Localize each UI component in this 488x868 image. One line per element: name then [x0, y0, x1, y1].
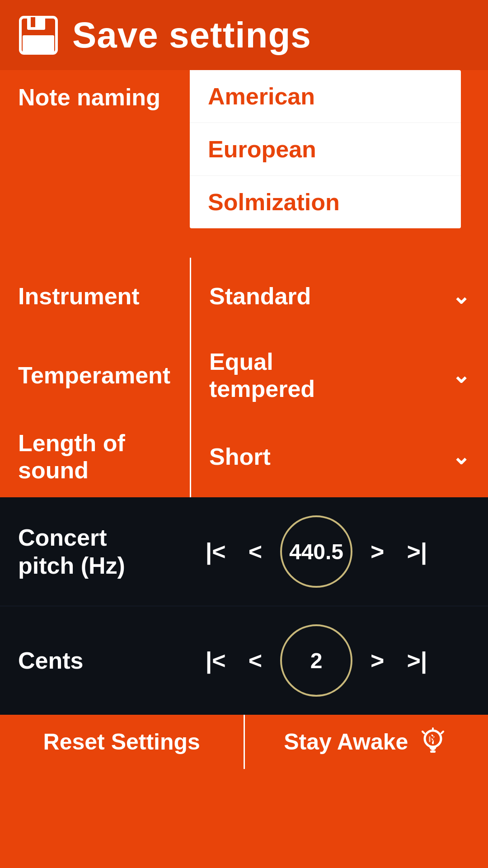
svg-rect-3	[23, 35, 54, 52]
stay-awake-bulb-icon	[417, 726, 449, 758]
cents-row: Cents |< < 2 > >|	[0, 606, 488, 715]
reset-settings-button[interactable]: Reset Settings	[0, 715, 245, 769]
header: Save settings	[0, 0, 488, 70]
svg-line-8	[441, 731, 443, 733]
concert-pitch-row: Concertpitch (Hz) |< < 440.5 > >|	[0, 497, 488, 606]
temperament-label: Temperament	[0, 348, 190, 402]
instrument-label: Instrument	[0, 269, 190, 323]
svg-line-7	[422, 731, 424, 733]
dropdown-item-solmization[interactable]: Solmization	[190, 176, 461, 228]
settings-area: Note naming American European Solmizatio…	[0, 70, 488, 497]
note-naming-dropdown[interactable]: American European Solmization	[190, 70, 461, 228]
concert-pitch-value: 440.5	[289, 539, 343, 564]
footer: Reset Settings Stay Awake	[0, 715, 488, 769]
concert-pitch-skip-end-button[interactable]: >|	[402, 533, 432, 570]
length-of-sound-value-area[interactable]: Short ⌄	[191, 429, 488, 484]
dropdown-item-european[interactable]: European	[190, 123, 461, 176]
length-chevron-icon: ⌄	[452, 444, 470, 469]
instrument-value-area[interactable]: Standard ⌄	[191, 269, 488, 323]
temperament-row: Temperament Equaltempered ⌄	[0, 335, 488, 416]
cents-skip-start-button[interactable]: |<	[201, 642, 230, 679]
save-icon	[18, 15, 59, 56]
cents-next-button[interactable]: >	[366, 642, 389, 679]
concert-pitch-controls: |< < 440.5 > >|	[163, 515, 470, 588]
note-naming-label: Note naming	[0, 70, 190, 124]
svg-rect-5	[430, 750, 436, 753]
instrument-value: Standard	[209, 283, 311, 310]
svg-rect-2	[31, 17, 35, 27]
page-title: Save settings	[72, 14, 311, 56]
dark-section: Concertpitch (Hz) |< < 440.5 > >| Cents …	[0, 497, 488, 715]
cents-value-circle: 2	[280, 624, 352, 697]
instrument-chevron-icon: ⌄	[452, 283, 470, 309]
svg-rect-1	[27, 17, 45, 30]
cents-label: Cents	[18, 646, 163, 675]
stay-awake-button[interactable]: Stay Awake	[245, 715, 488, 769]
dropdown-item-american[interactable]: American	[190, 70, 461, 123]
cents-controls: |< < 2 > >|	[163, 624, 470, 697]
temperament-value-area[interactable]: Equaltempered ⌄	[191, 335, 488, 416]
concert-pitch-value-circle: 440.5	[280, 515, 352, 588]
length-of-sound-row: Length of sound Short ⌄	[0, 416, 488, 497]
concert-pitch-prev-button[interactable]: <	[244, 533, 267, 570]
concert-pitch-skip-start-button[interactable]: |<	[201, 533, 230, 570]
concert-pitch-label: Concertpitch (Hz)	[18, 524, 163, 580]
temperament-chevron-icon: ⌄	[452, 363, 470, 388]
length-of-sound-value: Short	[209, 443, 271, 470]
reset-settings-label: Reset Settings	[43, 729, 200, 755]
temperament-value: Equaltempered	[209, 348, 315, 402]
cents-skip-end-button[interactable]: >|	[402, 642, 432, 679]
note-naming-section: Note naming American European Solmizatio…	[0, 70, 488, 124]
length-of-sound-label: Length of sound	[0, 416, 190, 497]
instrument-row: Instrument Standard ⌄	[0, 258, 488, 335]
concert-pitch-next-button[interactable]: >	[366, 533, 389, 570]
stay-awake-label: Stay Awake	[284, 729, 408, 755]
cents-prev-button[interactable]: <	[244, 642, 267, 679]
cents-value: 2	[310, 648, 323, 673]
